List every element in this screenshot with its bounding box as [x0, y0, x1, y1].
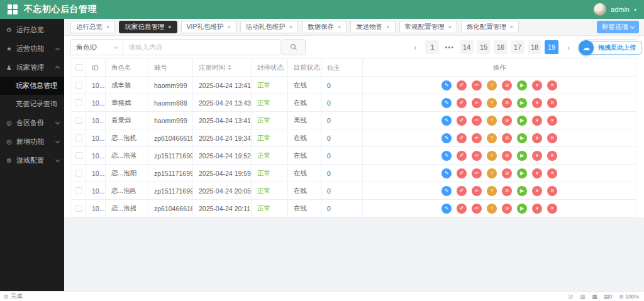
query-button[interactable]: ?	[487, 98, 497, 108]
rename-button[interactable]: ✏	[472, 186, 482, 196]
delete-button[interactable]: ✕	[547, 151, 557, 161]
delete-button[interactable]: ✕	[547, 133, 557, 143]
sidebar-item-merge-backup[interactable]: ◎合区备份	[0, 113, 64, 132]
lock-button[interactable]: ⊘	[502, 133, 512, 143]
tab-overview[interactable]: 运行总览×	[70, 21, 115, 33]
prev-page-button[interactable]: ‹	[408, 40, 422, 54]
rename-button[interactable]: ✏	[472, 168, 482, 178]
rename-button[interactable]: ✏	[472, 151, 482, 161]
send-button[interactable]: ▶	[517, 151, 527, 161]
lock-button[interactable]: ⊘	[502, 204, 512, 214]
edit-button[interactable]: ✎	[441, 186, 452, 196]
send-button[interactable]: ▶	[517, 116, 527, 126]
edit-button[interactable]: ✎	[441, 204, 452, 214]
row-checkbox[interactable]	[75, 170, 82, 177]
query-button[interactable]: ?	[487, 186, 497, 196]
sidebar-item-new-features[interactable]: ◎新增功能	[0, 132, 64, 151]
row-checkbox[interactable]	[75, 82, 82, 89]
user-edit-button[interactable]: ✐	[457, 98, 467, 108]
send-button[interactable]: ▶	[517, 168, 527, 178]
sidebar-item-player-management[interactable]: ♟玩家管理	[0, 58, 64, 77]
sidebar-item-operations[interactable]: ★运营功能	[0, 39, 64, 58]
tab-general-config[interactable]: 常规配置管理×	[399, 21, 457, 33]
row-checkbox[interactable]	[75, 187, 82, 194]
user-edit-button[interactable]: ✐	[457, 168, 467, 178]
send-button[interactable]: ▶	[517, 133, 527, 143]
send-button[interactable]: ▶	[517, 98, 527, 108]
close-icon[interactable]: ×	[386, 24, 389, 30]
row-checkbox[interactable]	[75, 99, 82, 106]
upload-dropzone[interactable]: ☁ 拖拽至此上传	[579, 40, 641, 55]
lock-button[interactable]: ⊘	[502, 98, 512, 108]
close-icon[interactable]: ×	[106, 24, 109, 30]
query-button[interactable]: ?	[487, 133, 497, 143]
filter-select[interactable]: 角色ID	[70, 39, 123, 55]
tag-options-button[interactable]: 标签选项	[597, 21, 639, 33]
edit-button[interactable]: ✎	[441, 151, 452, 161]
tab-vip-gift[interactable]: VIP礼包维护×	[181, 21, 236, 33]
page-button-19[interactable]: 19	[545, 40, 558, 54]
close-icon[interactable]: ×	[448, 24, 452, 30]
sidebar-item-overview[interactable]: ⚙运行总览	[0, 20, 64, 39]
row-checkbox[interactable]	[75, 134, 82, 141]
next-page-button[interactable]: ›	[562, 40, 575, 54]
avatar[interactable]	[594, 3, 606, 16]
user-edit-button[interactable]: ✐	[457, 186, 467, 196]
user-menu[interactable]: admin ▾	[594, 3, 636, 16]
edit-button[interactable]: ✎	[441, 168, 452, 178]
tab-data-save[interactable]: 数据保存×	[302, 21, 347, 33]
row-checkbox[interactable]	[75, 152, 82, 159]
page-button-15[interactable]: 15	[477, 40, 491, 54]
currency-button[interactable]: ¥	[532, 98, 542, 108]
query-button[interactable]: ?	[487, 116, 497, 126]
page-button-18[interactable]: 18	[528, 40, 541, 54]
currency-button[interactable]: ¥	[532, 80, 542, 90]
row-checkbox[interactable]	[75, 205, 82, 212]
send-button[interactable]: ▶	[517, 80, 527, 90]
sidebar-item-player-info[interactable]: 玩家信息管理	[0, 77, 64, 95]
currency-button[interactable]: ¥	[532, 116, 542, 126]
close-icon[interactable]: ×	[168, 24, 171, 30]
page-button-16[interactable]: 16	[494, 40, 508, 54]
page-button-14[interactable]: 14	[460, 40, 474, 54]
search-button[interactable]	[282, 39, 306, 55]
user-edit-button[interactable]: ✐	[457, 133, 467, 143]
currency-button[interactable]: ¥	[532, 204, 542, 214]
delete-button[interactable]: ✕	[547, 116, 557, 126]
sidebar-item-recharge-records[interactable]: 充值记录查询	[0, 95, 64, 113]
query-button[interactable]: ?	[487, 168, 497, 178]
lock-button[interactable]: ⊘	[502, 116, 512, 126]
currency-button[interactable]: ¥	[532, 151, 542, 161]
currency-button[interactable]: ¥	[532, 186, 542, 196]
page-button-17[interactable]: 17	[511, 40, 525, 54]
close-icon[interactable]: ×	[227, 24, 230, 30]
delete-button[interactable]: ✕	[547, 186, 557, 196]
delete-button[interactable]: ✕	[547, 204, 557, 214]
close-icon[interactable]: ×	[338, 24, 341, 30]
tab-refine-config[interactable]: 炼化配置管理×	[461, 21, 519, 33]
close-icon[interactable]: ×	[289, 24, 292, 30]
sort-icon[interactable]	[228, 65, 231, 70]
lock-button[interactable]: ⊘	[502, 168, 512, 178]
user-edit-button[interactable]: ✐	[457, 151, 467, 161]
lock-button[interactable]: ⊘	[502, 80, 512, 90]
select-all-checkbox[interactable]	[75, 64, 82, 71]
tab-player-info[interactable]: 玩家信息管理×	[119, 21, 177, 33]
rename-button[interactable]: ✏	[472, 80, 482, 90]
delete-button[interactable]: ✕	[547, 168, 557, 178]
lock-button[interactable]: ⊘	[502, 186, 512, 196]
delete-button[interactable]: ✕	[547, 98, 557, 108]
sidebar-item-game-config[interactable]: ⚙游戏配置	[0, 151, 64, 170]
edit-button[interactable]: ✎	[441, 116, 452, 126]
currency-button[interactable]: ¥	[532, 168, 542, 178]
tab-send-supplies[interactable]: 发送物资×	[350, 21, 395, 33]
rename-button[interactable]: ✏	[472, 133, 482, 143]
user-edit-button[interactable]: ✐	[457, 80, 467, 90]
pager-ellipsis[interactable]: •••	[442, 40, 457, 54]
edit-button[interactable]: ✎	[441, 98, 452, 108]
close-icon[interactable]: ×	[510, 24, 513, 30]
page-button-1[interactable]: 1	[425, 40, 439, 54]
currency-button[interactable]: ¥	[532, 133, 542, 143]
user-edit-button[interactable]: ✐	[457, 116, 467, 126]
search-input[interactable]	[123, 39, 280, 55]
